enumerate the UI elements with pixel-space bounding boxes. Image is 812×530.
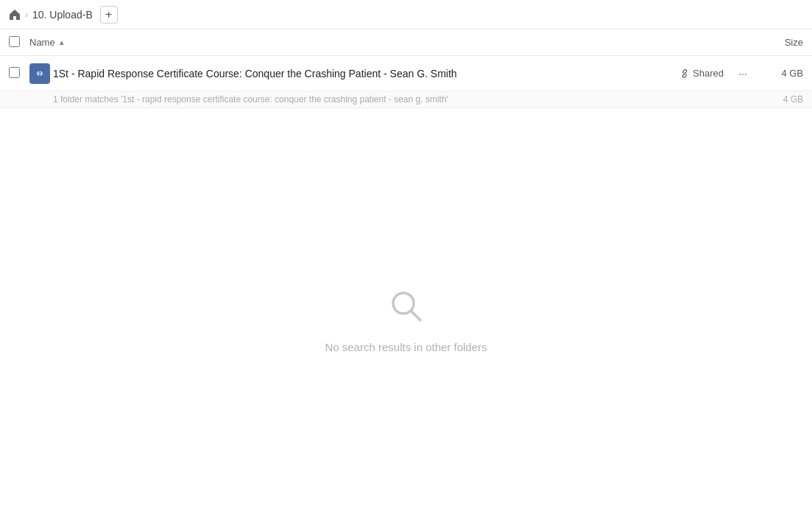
add-button[interactable]: + xyxy=(100,6,118,24)
sort-arrow-icon: ▲ xyxy=(58,38,66,46)
shared-label: Shared xyxy=(693,68,724,79)
column-header: Name ▲ Size xyxy=(0,29,812,56)
match-size: 4 GB xyxy=(759,94,803,105)
file-size: 4 GB xyxy=(759,68,803,79)
select-all-checkbox[interactable] xyxy=(9,36,20,47)
folder-icon xyxy=(29,63,50,84)
empty-state: No search results in other folders xyxy=(0,108,812,530)
file-name: 1St - Rapid Response Certificate Course:… xyxy=(53,68,679,80)
home-breadcrumb[interactable] xyxy=(9,9,21,21)
breadcrumb-chevron: › xyxy=(25,10,28,20)
main-content: 1St - Rapid Response Certificate Course:… xyxy=(0,56,812,530)
match-row: 1 folder matches '1st - rapid response c… xyxy=(0,91,812,108)
header-checkbox-col xyxy=(9,36,29,49)
no-results-icon xyxy=(386,286,427,329)
shared-badge: Shared xyxy=(679,68,724,79)
file-icon-col xyxy=(29,63,53,84)
folder-link-icon xyxy=(34,68,46,80)
size-column-header: Size xyxy=(759,37,803,48)
link-icon xyxy=(679,68,690,79)
match-text: 1 folder matches '1st - rapid response c… xyxy=(53,94,759,105)
ellipsis-icon: ··· xyxy=(738,68,747,80)
file-row[interactable]: 1St - Rapid Response Certificate Course:… xyxy=(0,56,812,91)
file-checkbox-col xyxy=(9,67,29,80)
file-checkbox[interactable] xyxy=(9,67,20,78)
more-options-button[interactable]: ··· xyxy=(732,63,753,84)
no-results-text: No search results in other folders xyxy=(325,341,487,353)
svg-line-1 xyxy=(411,311,420,320)
name-column-header[interactable]: Name ▲ xyxy=(29,37,759,48)
breadcrumb-current: 10. Upload-B xyxy=(32,9,93,21)
top-bar: › 10. Upload-B + xyxy=(0,0,812,29)
